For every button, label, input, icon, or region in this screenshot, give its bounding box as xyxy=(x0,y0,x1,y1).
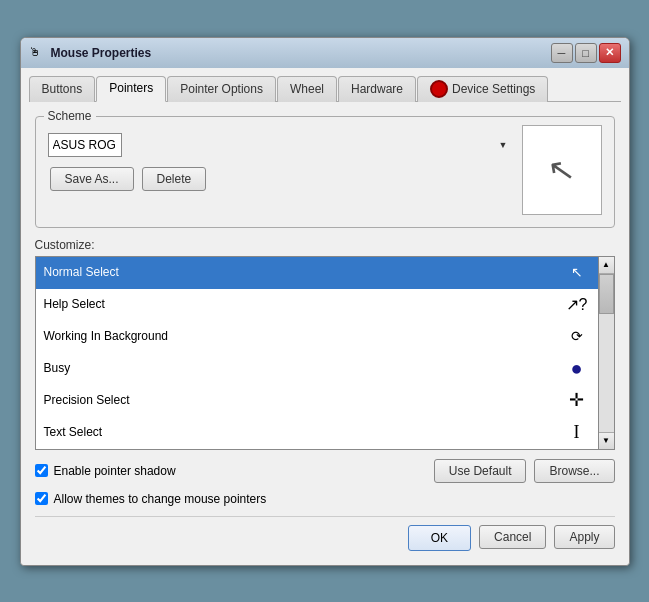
cursor-item-name: Working In Background xyxy=(44,329,564,343)
cursor-list-scrollbar[interactable]: ▲ ▼ xyxy=(598,256,615,450)
cursor-list-wrapper: Normal Select ↖ Help Select ↗? Working I… xyxy=(35,256,615,450)
scheme-group-label: Scheme xyxy=(44,109,96,123)
tab-hardware[interactable]: Hardware xyxy=(338,76,416,102)
cursor-item-working-bg[interactable]: Working In Background ⟳ xyxy=(36,321,598,353)
enable-shadow-label: Enable pointer shadow xyxy=(54,464,176,478)
scroll-track xyxy=(599,274,614,432)
cursor-text-icon: I xyxy=(564,419,590,445)
apply-button[interactable]: Apply xyxy=(554,525,614,549)
cursor-normal-icon: ↖ xyxy=(564,259,590,285)
scroll-thumb[interactable] xyxy=(599,274,614,314)
cursor-item-name: Help Select xyxy=(44,297,564,311)
allow-themes-row: Allow themes to change mouse pointers xyxy=(35,492,615,506)
cancel-button[interactable]: Cancel xyxy=(479,525,546,549)
cursor-precision-icon: ✛ xyxy=(564,387,590,413)
delete-button[interactable]: Delete xyxy=(142,167,207,191)
minimize-button[interactable]: ─ xyxy=(551,43,573,63)
enable-shadow-checkbox[interactable] xyxy=(35,464,48,477)
cursor-item-name: Normal Select xyxy=(44,265,564,279)
allow-themes-label: Allow themes to change mouse pointers xyxy=(54,492,267,506)
use-default-button[interactable]: Use Default xyxy=(434,459,527,483)
tab-pointer-options[interactable]: Pointer Options xyxy=(167,76,276,102)
cursor-list: Normal Select ↖ Help Select ↗? Working I… xyxy=(35,256,598,450)
cursor-help-icon: ↗? xyxy=(564,291,590,317)
cursor-item-busy[interactable]: Busy ● xyxy=(36,353,598,385)
cursor-item-text[interactable]: Text Select I xyxy=(36,417,598,449)
save-as-button[interactable]: Save As... xyxy=(50,167,134,191)
tab-device-settings[interactable]: Device Settings xyxy=(417,76,548,102)
maximize-button[interactable]: □ xyxy=(575,43,597,63)
tabs-bar: Buttons Pointers Pointer Options Wheel H… xyxy=(29,76,621,102)
rog-icon xyxy=(430,80,448,98)
tab-pointers[interactable]: Pointers xyxy=(96,76,166,102)
cursor-working-icon: ⟳ xyxy=(564,323,590,349)
content-area: Scheme ASUS ROG Save As... Dele xyxy=(29,110,621,557)
title-buttons: ─ □ ✕ xyxy=(551,43,621,63)
cursor-busy-icon: ● xyxy=(564,355,590,381)
tab-buttons[interactable]: Buttons xyxy=(29,76,96,102)
cursor-item-normal-select[interactable]: Normal Select ↖ xyxy=(36,257,598,289)
window-icon: 🖱 xyxy=(29,45,45,61)
enable-shadow-row: Enable pointer shadow xyxy=(35,464,426,478)
tab-wheel[interactable]: Wheel xyxy=(277,76,337,102)
browse-button[interactable]: Browse... xyxy=(534,459,614,483)
close-button[interactable]: ✕ xyxy=(599,43,621,63)
cursor-item-name: Text Select xyxy=(44,425,564,439)
window-body: Buttons Pointers Pointer Options Wheel H… xyxy=(21,68,629,565)
title-bar: 🖱 Mouse Properties ─ □ ✕ xyxy=(21,38,629,68)
customize-label: Customize: xyxy=(35,238,615,252)
ok-button[interactable]: OK xyxy=(408,525,471,551)
mouse-properties-window: 🖱 Mouse Properties ─ □ ✕ Buttons Pointer… xyxy=(20,37,630,566)
window-title: Mouse Properties xyxy=(51,46,152,60)
title-bar-left: 🖱 Mouse Properties xyxy=(29,45,152,61)
preview-cursor-icon: ↖ xyxy=(545,148,578,190)
scheme-left: ASUS ROG Save As... Delete xyxy=(48,125,512,215)
action-buttons: OK Cancel Apply xyxy=(35,516,615,551)
cursor-item-name: Precision Select xyxy=(44,393,564,407)
scroll-up-button[interactable]: ▲ xyxy=(599,257,614,274)
scheme-dropdown[interactable]: ASUS ROG xyxy=(48,133,122,157)
scheme-and-preview: ASUS ROG Save As... Delete ↖ xyxy=(48,125,602,215)
scheme-row: ASUS ROG xyxy=(48,133,512,157)
cursor-preview: ↖ xyxy=(522,125,602,215)
cursor-item-precision[interactable]: Precision Select ✛ xyxy=(36,385,598,417)
scheme-group: Scheme ASUS ROG Save As... Dele xyxy=(35,116,615,228)
cursor-item-name: Busy xyxy=(44,361,564,375)
scheme-select-wrapper: ASUS ROG xyxy=(48,133,512,157)
options-row: Enable pointer shadow Use Default Browse… xyxy=(35,458,615,484)
scroll-down-button[interactable]: ▼ xyxy=(599,432,614,449)
allow-themes-checkbox[interactable] xyxy=(35,492,48,505)
scheme-buttons: Save As... Delete xyxy=(48,167,512,191)
cursor-item-help-select[interactable]: Help Select ↗? xyxy=(36,289,598,321)
